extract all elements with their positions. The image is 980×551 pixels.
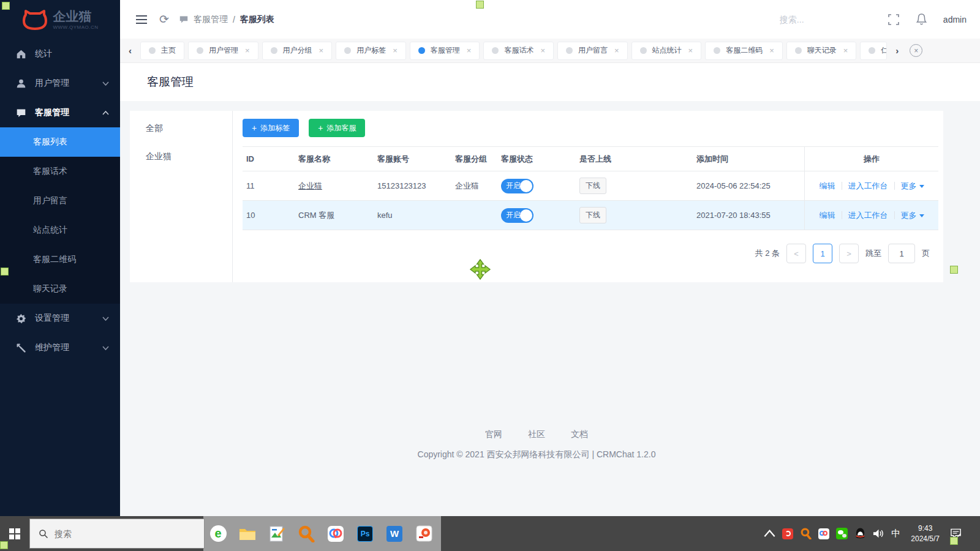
tab-close-icon[interactable]: ×: [245, 46, 250, 55]
action-link[interactable]: 进入工作台: [848, 181, 888, 192]
sidebar-subitem[interactable]: 聊天记录: [0, 274, 120, 304]
file-explorer-icon[interactable]: [233, 516, 262, 551]
action-link[interactable]: 编辑: [820, 210, 835, 221]
browser-e-icon[interactable]: e: [203, 516, 233, 551]
tab-close-icon[interactable]: ×: [319, 46, 324, 55]
footer-link[interactable]: 文档: [571, 429, 588, 439]
tabs-scroll-right-icon[interactable]: ›: [891, 45, 903, 56]
capture-handle-right-middle[interactable]: [950, 266, 958, 274]
tab-close-icon[interactable]: ×: [540, 46, 545, 55]
pagination-next-button[interactable]: >: [839, 244, 859, 263]
sidebar-subitem[interactable]: 用户留言: [0, 186, 120, 216]
tab[interactable]: 用户分组×: [262, 42, 333, 60]
hamburger-menu-icon[interactable]: [134, 13, 149, 26]
capture-move-cursor[interactable]: [469, 258, 491, 280]
tab[interactable]: 客服话术×: [483, 42, 554, 60]
chevron-down-icon: [102, 317, 109, 321]
wechat-icon[interactable]: [836, 528, 848, 539]
tab-label: 用户分组: [283, 45, 312, 56]
tab[interactable]: 用户标签×: [336, 42, 406, 60]
tab-dot-icon: [640, 47, 647, 54]
table-row: 11企业猫15123123123企业猫开启下线2024-05-06 22:54:…: [243, 171, 938, 201]
sidebar-subitem[interactable]: 客服话术: [0, 157, 120, 186]
footer-link[interactable]: 社区: [528, 429, 545, 439]
tab[interactable]: 用户管理×: [188, 42, 258, 60]
tab-close-icon[interactable]: ×: [393, 46, 398, 55]
clock-time: 9:43: [918, 523, 932, 534]
word-icon[interactable]: W: [380, 516, 409, 551]
status-toggle[interactable]: 开启: [501, 208, 533, 223]
bell-icon[interactable]: [916, 13, 927, 26]
breadcrumb-parent[interactable]: 客服管理: [194, 14, 228, 25]
tray-circles-app-icon[interactable]: [818, 528, 829, 539]
sidebar-subitem[interactable]: 站点统计: [0, 216, 120, 245]
column-header: 是否上线: [576, 154, 693, 165]
tabs-scroll-left-icon[interactable]: ‹: [124, 45, 137, 56]
tab-label: 站点统计: [652, 45, 682, 56]
group-item[interactable]: 企业猫: [130, 143, 232, 171]
capture-handle-top-center[interactable]: [476, 1, 484, 9]
sidebar-item-settings[interactable]: 设置管理: [0, 304, 120, 333]
sidebar-item-kefu-mgmt[interactable]: 客服管理: [0, 98, 120, 127]
photo-viewer-icon[interactable]: [409, 516, 439, 551]
close-all-tabs-icon[interactable]: ×: [910, 44, 922, 57]
sidebar-subitem[interactable]: 客服二维码: [0, 245, 120, 274]
add-kefu-button[interactable]: +添加客服: [309, 119, 365, 137]
tab-close-icon[interactable]: ×: [769, 46, 774, 55]
image-editor-icon[interactable]: [262, 516, 292, 551]
tab-close-icon[interactable]: ×: [467, 46, 472, 55]
tab-close-icon[interactable]: ×: [688, 46, 693, 55]
tab-close-icon[interactable]: ×: [843, 46, 848, 55]
sidebar-item-user-mgmt[interactable]: 用户管理: [0, 69, 120, 98]
sidebar-item-maintenance[interactable]: 维护管理: [0, 333, 120, 362]
plus-icon: +: [318, 123, 323, 133]
tab[interactable]: 客服二维码×: [705, 42, 783, 60]
refresh-icon[interactable]: ⟳: [159, 12, 169, 26]
sidebar-subitem[interactable]: 客服列表: [0, 127, 120, 157]
action-link[interactable]: 编辑: [820, 181, 835, 192]
group-list: 全部企业猫: [130, 111, 233, 282]
tab[interactable]: 主页: [140, 42, 184, 60]
action-link[interactable]: 更多: [901, 181, 924, 192]
taskbar-clock[interactable]: 9:43 2024/5/7: [911, 523, 940, 544]
add-tag-button[interactable]: +添加标签: [243, 119, 299, 137]
taskbar-search-box[interactable]: [29, 519, 205, 549]
tab[interactable]: 聊天记录×: [786, 42, 857, 60]
pagination-prev-button[interactable]: <: [786, 244, 806, 263]
capture-handle-left-middle[interactable]: [1, 268, 9, 276]
tab[interactable]: 仁: [860, 42, 887, 60]
capture-handle-top-left[interactable]: [2, 2, 10, 10]
photoshop-icon[interactable]: Ps: [350, 516, 380, 551]
cell-name[interactable]: CRM 客服: [295, 210, 374, 221]
capture-handle-bottom-left[interactable]: [0, 541, 8, 549]
tab[interactable]: 站点统计×: [631, 42, 702, 60]
tray-magnifier-icon[interactable]: [800, 528, 812, 539]
magnifier-tool-icon[interactable]: [292, 516, 321, 551]
user-name[interactable]: admin: [943, 15, 967, 24]
tab-close-icon[interactable]: ×: [614, 46, 619, 55]
taskbar-search-input[interactable]: [55, 529, 177, 539]
pagination-jump-input[interactable]: [888, 244, 915, 263]
cell-name[interactable]: 企业猫: [295, 181, 374, 192]
volume-icon[interactable]: [873, 528, 884, 539]
input-method-indicator[interactable]: 中: [891, 528, 900, 539]
fullscreen-icon[interactable]: [888, 13, 900, 26]
pagination-page-1-button[interactable]: 1: [813, 244, 832, 263]
360-safety-icon[interactable]: [782, 528, 793, 539]
action-link[interactable]: 更多: [901, 210, 924, 221]
action-link[interactable]: 进入工作台: [848, 210, 888, 221]
table-row: 10CRM 客服kefu开启下线2021-07-20 18:43:55编辑进入工…: [243, 201, 938, 230]
sidebar-item-stats[interactable]: 统计: [0, 39, 120, 69]
hidden-icons-chevron[interactable]: [764, 528, 775, 539]
tab-dot-icon: [149, 47, 156, 54]
footer-link[interactable]: 官网: [485, 429, 502, 439]
status-toggle[interactable]: 开启: [501, 179, 533, 193]
tab[interactable]: 用户留言×: [557, 42, 628, 60]
search-input[interactable]: [780, 15, 872, 24]
qq-icon[interactable]: [854, 528, 866, 539]
group-item[interactable]: 全部: [130, 114, 232, 143]
circles-app-icon[interactable]: [321, 516, 350, 551]
tab-dot-icon: [418, 47, 425, 54]
tab[interactable]: 客服管理×: [410, 42, 480, 60]
capture-handle-bottom-right[interactable]: [950, 537, 958, 545]
